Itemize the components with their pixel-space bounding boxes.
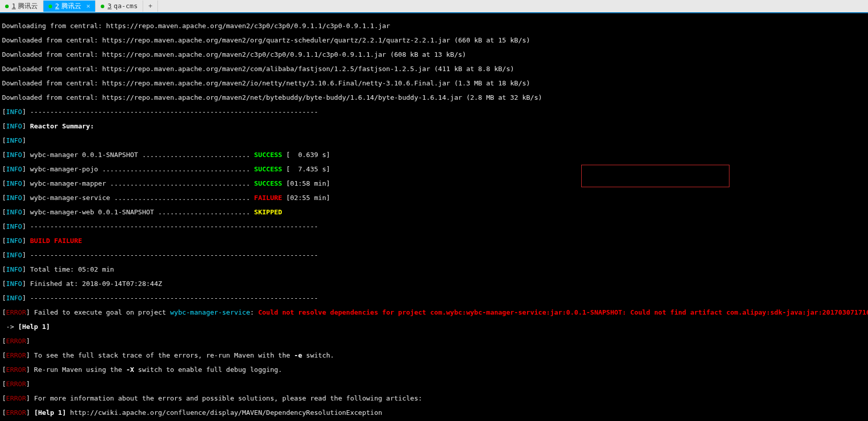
log-line: [ERROR] [Help 1] http://cwiki.apache.org… (2, 409, 867, 416)
status-skipped: SKIPPED (254, 208, 282, 216)
log-line: Downloaded from central: https://repo.ma… (2, 80, 867, 87)
tab-label: 腾讯云 (18, 3, 38, 10)
tab-3[interactable]: 3 qa-cms (96, 1, 143, 12)
log-line: [INFO] ---------------------------------… (2, 108, 867, 116)
status-failure: FAILURE (254, 194, 282, 202)
info-tag: INFO (6, 122, 22, 130)
log-line: [INFO] Finished at: 2018-09-14T07:28:44Z (2, 280, 867, 287)
error-tag: ERROR (6, 308, 26, 316)
log-line: Downloading from central: https://repo.m… (2, 23, 867, 30)
build-failure: BUILD FAILURE (26, 237, 82, 245)
tab-index: 3 (107, 3, 111, 10)
log-line: [INFO] Total time: 05:02 min (2, 266, 867, 273)
info-tag: INFO (6, 108, 22, 116)
log-line: [ERROR] Re-run Maven using the -X switch… (2, 366, 867, 373)
status-success: SUCCESS (254, 180, 282, 187)
reactor-row: [INFO] wybc-manager-service ............… (2, 194, 867, 202)
info-tag: INFO (6, 137, 22, 144)
log-line: [ERROR] Failed to execute goal on projec… (2, 309, 867, 316)
log-line: Downloaded from central: https://repo.ma… (2, 65, 867, 73)
status-dot-icon (49, 5, 52, 8)
status-dot-icon (101, 5, 104, 8)
reactor-row: [INFO] wybc-manager-mapper .............… (2, 180, 867, 187)
reactor-row: [INFO] wybc-manager-web 0.0.1-SNAPSHOT .… (2, 209, 867, 216)
tab-label: 腾讯云 (61, 3, 81, 10)
log-line: [ERROR] For more information about the e… (2, 395, 867, 402)
log-line: [ERROR] (2, 338, 867, 345)
reactor-row: [INFO] wybc-manager 0.0.1-SNAPSHOT .....… (2, 151, 867, 159)
log-line: -> [Help 1] (2, 323, 867, 330)
terminal-output[interactable]: Downloading from central: https://repo.m… (0, 13, 868, 421)
log-line: Downloaded from central: https://repo.ma… (2, 94, 867, 101)
status-dot-icon (5, 5, 9, 8)
new-tab-button[interactable]: + (143, 1, 158, 12)
tab-label: qa-cms (113, 3, 138, 10)
log-line: Downloaded from central: https://repo.ma… (2, 51, 867, 58)
log-line: [INFO] Reactor Summary: (2, 123, 867, 130)
status-success: SUCCESS (254, 165, 282, 173)
reactor-row: [INFO] wybc-manager-pojo ...............… (2, 166, 867, 173)
log-line: [INFO] (2, 137, 867, 144)
log-line: [ERROR] (2, 381, 867, 388)
tab-index: 2 (55, 3, 59, 10)
log-line: Downloaded from central: https://repo.ma… (2, 37, 867, 44)
tab-1[interactable]: 1 腾讯云 (0, 1, 43, 12)
tab-2[interactable]: 2 腾讯云 × (43, 1, 96, 12)
log-line: [ERROR] To see the full stack trace of t… (2, 352, 867, 359)
close-icon[interactable]: × (86, 3, 90, 10)
log-line: [INFO] ---------------------------------… (2, 295, 867, 302)
log-line: [INFO] ---------------------------------… (2, 223, 867, 230)
tab-bar: 1 腾讯云 2 腾讯云 × 3 qa-cms + (0, 0, 868, 13)
status-success: SUCCESS (254, 151, 282, 159)
log-line: [INFO] ---------------------------------… (2, 252, 867, 259)
tab-index: 1 (12, 3, 16, 10)
log-line: [INFO] BUILD FAILURE (2, 237, 867, 245)
